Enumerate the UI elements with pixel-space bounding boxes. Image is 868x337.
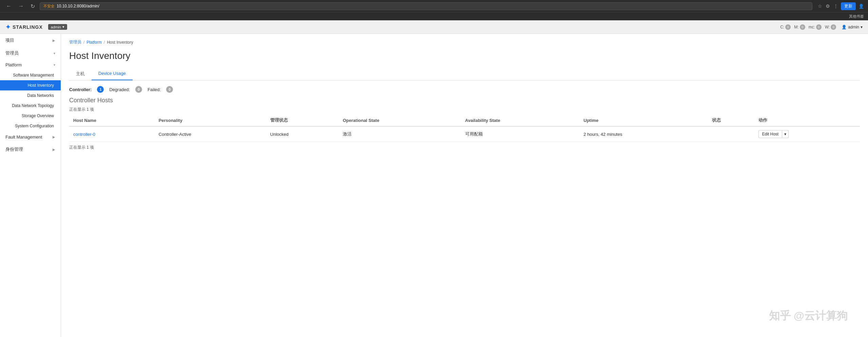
sidebar-item-admin[interactable]: 管理员 ▾	[0, 47, 61, 60]
admin-user-dropdown-icon: ▾	[861, 25, 863, 29]
sidebar-topology-label: Data Network Topology	[12, 103, 54, 108]
sidebar-platform-label: Platform	[5, 62, 22, 67]
cell-hostname: controller-0	[69, 126, 155, 142]
col-operational-state: Operational State	[339, 114, 461, 126]
extensions-icon[interactable]: ⚙	[826, 3, 830, 9]
resource-w: W: 0	[825, 24, 836, 30]
resource-m: M: 0	[794, 24, 805, 30]
bookmark-icon[interactable]: ☆	[818, 3, 822, 9]
sidebar-admin-arrow: ▾	[54, 51, 55, 55]
tabs: 主机 Device Usage	[69, 68, 860, 81]
col-personality: Personality	[155, 114, 266, 126]
breadcrumb-current: Host Inventory	[107, 40, 133, 45]
cell-personality: Controller-Active	[155, 126, 266, 142]
edit-host-dropdown-button[interactable]: ▾	[782, 130, 789, 138]
security-warning: 不安全	[43, 4, 55, 9]
sidebar-platform-arrow: ▾	[54, 63, 55, 67]
resource-indicators: C: 0 M: 0 mc: 0 W: 0	[780, 24, 836, 30]
table-row: controller-0 Controller-Active Unlocked …	[69, 126, 860, 142]
bookmarks-label: 其他书签	[849, 14, 864, 19]
sidebar-datanetworks-label: Data Networks	[27, 93, 54, 98]
sidebar: 项目 ▶ 管理员 ▾ Platform ▾ Software Managemen…	[0, 34, 61, 337]
main-layout: 项目 ▶ 管理员 ▾ Platform ▾ Software Managemen…	[0, 34, 868, 337]
host-table: Host Name Personality 管理状态 Operational S…	[69, 114, 860, 142]
col-availability-state: Availability State	[461, 114, 579, 126]
degraded-label: Degraded:	[109, 87, 130, 92]
top-nav: ✦ STARLINGX admin ▾ C: 0 M: 0 mc: 0 W: 0	[0, 20, 868, 34]
tab-hosts[interactable]: 主机	[69, 68, 92, 80]
sidebar-software-label: Software Management	[13, 73, 54, 78]
cell-status	[708, 126, 754, 142]
edit-host-button[interactable]: Edit Host	[758, 130, 783, 138]
resource-m-badge: 0	[800, 24, 805, 30]
breadcrumb: 管理员 / Platform / Host Inventory	[69, 39, 860, 45]
resource-c-label: C:	[780, 25, 784, 29]
resource-w-badge: 0	[831, 24, 836, 30]
forward-button[interactable]: →	[16, 2, 26, 10]
sidebar-item-system-configuration[interactable]: System Configuration	[0, 121, 61, 131]
action-btn-group: Edit Host ▾	[758, 130, 856, 138]
resource-m-label: M:	[794, 25, 798, 29]
person-icon: 👤	[842, 25, 847, 29]
logo-icon: ✦	[5, 23, 11, 31]
sidebar-item-identity[interactable]: 身份管理 ▶	[0, 143, 61, 156]
sidebar-item-data-network-topology[interactable]: Data Network Topology	[0, 101, 61, 111]
logo: ✦ STARLINGX	[5, 23, 43, 31]
sidebar-item-data-networks[interactable]: Data Networks	[0, 90, 61, 101]
refresh-button[interactable]: ↻	[28, 2, 37, 10]
browser-chrome: ← → ↻ 不安全 10.10.10.2:8080/admin/ ☆ ⚙ ⋮ 更…	[0, 0, 868, 12]
section-title: Controller Hosts	[69, 97, 860, 104]
cell-admin-state: Unlocked	[266, 126, 339, 142]
logo-text: STARLINGX	[13, 24, 43, 30]
resource-mc-badge: 0	[816, 24, 822, 30]
menu-icon[interactable]: ⋮	[833, 3, 838, 9]
admin-badge[interactable]: admin ▾	[48, 24, 67, 30]
breadcrumb-sep-1: /	[83, 40, 84, 45]
cell-operational-state: 激活	[339, 126, 461, 142]
tab-device-usage[interactable]: Device Usage	[92, 68, 133, 80]
resource-w-label: W:	[825, 25, 830, 29]
sidebar-admin-label: 管理员	[5, 50, 19, 56]
sidebar-fault-label: Fault Management	[5, 134, 42, 140]
resource-mc: mc: 0	[809, 24, 822, 30]
sidebar-item-software-management[interactable]: Software Management	[0, 70, 61, 80]
page-title: Host Inventory	[69, 50, 860, 61]
breadcrumb-platform[interactable]: Platform	[86, 40, 102, 45]
sidebar-item-host-inventory[interactable]: Host Inventory	[0, 80, 61, 90]
resource-c-badge: 0	[785, 24, 791, 30]
count-label-top: 正在显示 1 项	[69, 107, 860, 112]
admin-user[interactable]: 👤 admin ▾	[842, 25, 863, 29]
col-admin-state: 管理状态	[266, 114, 339, 126]
breadcrumb-admin[interactable]: 管理员	[69, 39, 81, 45]
degraded-count-badge: 0	[135, 86, 142, 93]
count-label-bottom: 正在显示 1 项	[69, 145, 860, 150]
admin-label: admin	[51, 25, 61, 29]
bookmarks-bar: 其他书签	[0, 12, 868, 20]
col-uptime: Uptime	[579, 114, 708, 126]
sidebar-storage-label: Storage Overview	[22, 113, 54, 118]
failed-count-badge: 0	[166, 86, 173, 93]
sidebar-item-project[interactable]: 项目 ▶	[0, 34, 61, 47]
table-header-row: Host Name Personality 管理状态 Operational S…	[69, 114, 860, 126]
hostname-link[interactable]: controller-0	[73, 132, 95, 137]
failed-label: Failed:	[147, 87, 161, 92]
sidebar-item-storage-overview[interactable]: Storage Overview	[0, 111, 61, 121]
admin-user-label: admin	[848, 25, 859, 29]
top-nav-left: ✦ STARLINGX admin ▾	[5, 23, 67, 31]
sidebar-item-platform[interactable]: Platform ▾	[0, 60, 61, 70]
sidebar-item-fault-management[interactable]: Fault Management ▶	[0, 131, 61, 143]
col-status: 状态	[708, 114, 754, 126]
sidebar-hostinv-label: Host Inventory	[28, 83, 54, 88]
url-bar[interactable]: 不安全 10.10.10.2:8080/admin/	[40, 2, 812, 10]
admin-dropdown-icon: ▾	[62, 25, 64, 29]
update-button[interactable]: 更新	[841, 2, 856, 10]
resource-mc-label: mc:	[809, 25, 815, 29]
cell-action: Edit Host ▾	[754, 126, 860, 142]
person-icon: 👤	[859, 4, 864, 9]
cell-uptime: 2 hours, 42 minutes	[579, 126, 708, 142]
sidebar-sysconfig-label: System Configuration	[15, 124, 54, 128]
summary-bar: Controller: 1 Degraded: 0 Failed: 0	[69, 86, 860, 93]
back-button[interactable]: ←	[4, 2, 14, 10]
col-hostname: Host Name	[69, 114, 155, 126]
sidebar-fault-arrow: ▶	[53, 135, 55, 139]
